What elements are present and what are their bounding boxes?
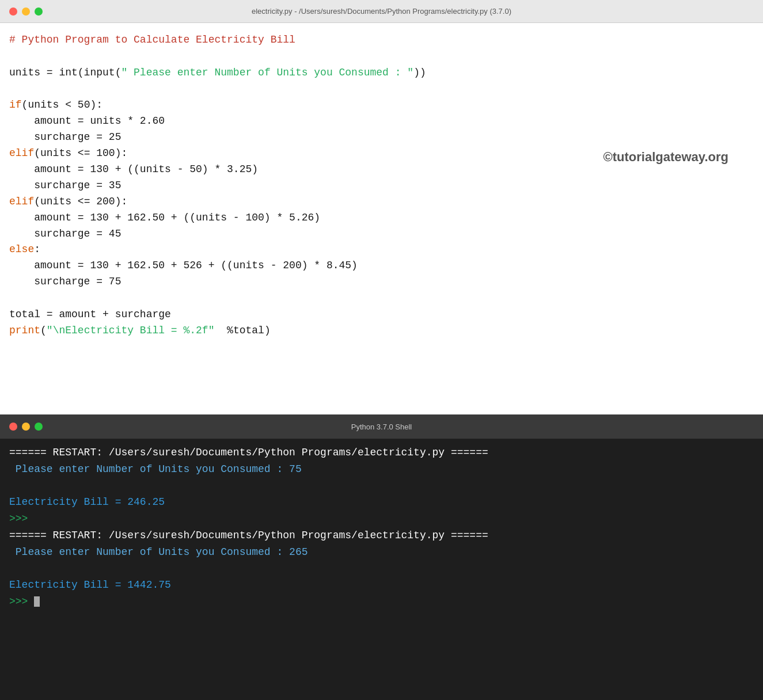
shell-cursor [34, 596, 40, 607]
code-line-3: units = int(input(" Please enter Number … [9, 65, 754, 81]
close-button[interactable] [9, 7, 17, 16]
shell-title: Python 3.7.0 Shell [351, 423, 412, 431]
shell-area: ====== RESTART: /Users/suresh/Documents/… [0, 439, 763, 700]
shell-prompt-1: Please enter Number of Units you Consume… [9, 461, 754, 478]
maximize-button[interactable] [35, 7, 43, 16]
code-print-string: "\nElectricity Bill = %.2f" [47, 325, 215, 336]
code-line-14: else: [9, 242, 754, 258]
code-units-close: )) [413, 67, 426, 78]
shell-minimize-button[interactable] [22, 423, 30, 431]
code-blank-1 [9, 48, 754, 65]
code-elif1-cond: (units <= 100): [34, 147, 127, 159]
shell-maximize-button[interactable] [35, 423, 43, 431]
shell-titlebar-buttons [9, 423, 43, 431]
code-if-cond: (units < 50): [22, 99, 103, 111]
code-line-5: if(units < 50): [9, 97, 754, 113]
code-else-colon: : [34, 244, 40, 255]
shell-prompt-2: Please enter Number of Units you Consume… [9, 544, 754, 561]
shell-output-1: Electricity Bill = 246.25 [9, 494, 754, 511]
code-line-13: surcharge = 45 [9, 226, 754, 242]
shell-restart-2: ====== RESTART: /Users/suresh/Documents/… [9, 527, 754, 544]
shell-chevron-2: >>> [9, 594, 754, 610]
code-editor: ©tutorialgateway.org # Python Program to… [0, 23, 763, 414]
minimize-button[interactable] [22, 7, 30, 16]
code-units-string: " Please enter Number of Units you Consu… [121, 67, 413, 78]
titlebar-buttons [9, 7, 43, 16]
code-elif1: elif [9, 147, 34, 159]
code-blank-2 [9, 81, 754, 98]
code-elif2-cond: (units <= 200): [34, 196, 127, 207]
code-line-6: amount = units * 2.60 [9, 113, 754, 130]
code-line-10: surcharge = 35 [9, 178, 754, 194]
shell-output-2: Electricity Bill = 1442.75 [9, 577, 754, 594]
code-line-19: print("\nElectricity Bill = %.2f" %total… [9, 323, 754, 339]
code-print-args: %total) [214, 325, 270, 336]
watermark: ©tutorialgateway.org [603, 150, 729, 165]
shell-chevron-1: >>> [9, 511, 754, 527]
shell-restart-1: ====== RESTART: /Users/suresh/Documents/… [9, 444, 754, 461]
code-line-18: total = amount + surcharge [9, 307, 754, 323]
shell-blank-2 [9, 561, 754, 577]
shell-titlebar: Python 3.7.0 Shell [0, 414, 763, 439]
code-else: else [9, 244, 34, 255]
code-units-label: units = int(input( [9, 67, 121, 78]
code-line-7: surcharge = 25 [9, 130, 754, 146]
code-blank-3 [9, 290, 754, 307]
shell-prompt-text: >>> [9, 596, 28, 607]
code-line-15: amount = 130 + 162.50 + 526 + ((units - … [9, 258, 754, 274]
code-if: if [9, 99, 22, 111]
shell-blank-1 [9, 478, 754, 494]
titlebar: electricity.py - /Users/suresh/Documents… [0, 0, 763, 23]
shell-close-button[interactable] [9, 423, 17, 431]
titlebar-title: electricity.py - /Users/suresh/Documents… [252, 7, 511, 16]
code-print-open: ( [40, 325, 47, 336]
code-elif2: elif [9, 196, 34, 207]
code-line-16: surcharge = 75 [9, 274, 754, 290]
code-line-12: amount = 130 + 162.50 + ((units - 100) *… [9, 210, 754, 226]
code-line-11: elif(units <= 200): [9, 194, 754, 210]
code-print: print [9, 325, 40, 336]
code-line-1: # Python Program to Calculate Electricit… [9, 32, 754, 48]
